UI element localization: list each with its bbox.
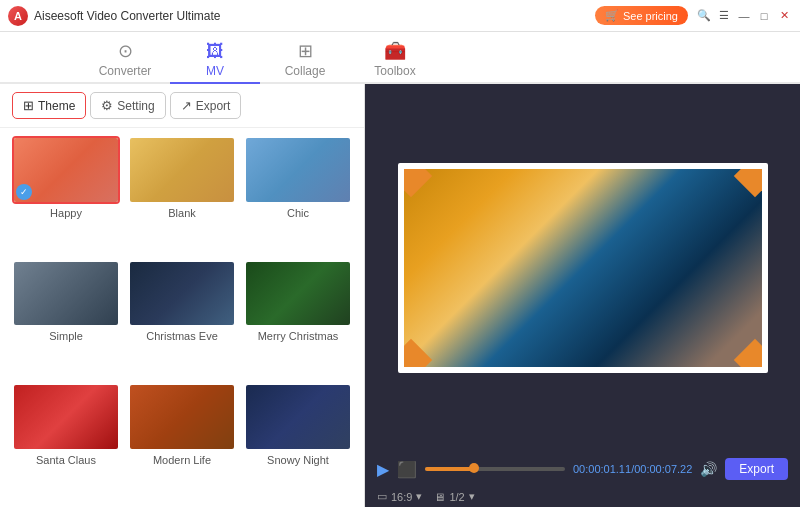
time-display: 00:00:01.11/00:00:07.22 bbox=[573, 463, 692, 475]
export-button[interactable]: ↗ Export bbox=[170, 92, 242, 119]
mv-icon: 🖼 bbox=[206, 41, 224, 62]
theme-label-happy: Happy bbox=[50, 207, 82, 219]
theme-thumb-chic bbox=[244, 136, 352, 204]
theme-item-simple[interactable]: Simple bbox=[12, 260, 120, 376]
theme-thumb-christmas-eve bbox=[128, 260, 236, 328]
theme-item-santa[interactable]: Santa Claus bbox=[12, 383, 120, 499]
aspect-ratio-icon: ▭ bbox=[377, 490, 387, 503]
progress-thumb[interactable] bbox=[469, 463, 479, 473]
setting-button[interactable]: ⚙ Setting bbox=[90, 92, 165, 119]
toolbox-icon: 🧰 bbox=[384, 40, 406, 62]
progress-fill bbox=[425, 467, 474, 471]
converter-icon: ⊙ bbox=[118, 40, 133, 62]
theme-item-happy[interactable]: ✓ Happy bbox=[12, 136, 120, 252]
tab-mv[interactable]: 🖼 MV bbox=[170, 36, 260, 84]
tab-collage-label: Collage bbox=[285, 64, 326, 78]
theme-label-chic: Chic bbox=[287, 207, 309, 219]
theme-item-blank[interactable]: Blank bbox=[128, 136, 236, 252]
ratio-controls: ▭ 16:9 ▾ 🖥 1/2 ▾ bbox=[365, 486, 800, 507]
theme-thumb-happy: ✓ bbox=[12, 136, 120, 204]
cart-icon: 🛒 bbox=[605, 9, 619, 22]
app-logo: A bbox=[8, 6, 28, 26]
tab-collage[interactable]: ⊞ Collage bbox=[260, 36, 350, 84]
theme-thumb-modern-life bbox=[128, 383, 236, 451]
aspect-ratio-select[interactable]: ▭ 16:9 ▾ bbox=[377, 490, 422, 503]
preview-frame: ▷ bbox=[398, 163, 768, 373]
ratio-dropdown-icon: ▾ bbox=[416, 490, 422, 503]
theme-grid-icon: ⊞ bbox=[23, 98, 34, 113]
preview-image bbox=[404, 169, 762, 367]
theme-item-merry-christmas[interactable]: Merry Christmas bbox=[244, 260, 352, 376]
theme-label-simple: Simple bbox=[49, 330, 83, 342]
left-panel: ⊞ Theme ⚙ Setting ↗ Export ✓ Happy bbox=[0, 84, 365, 507]
volume-icon[interactable]: 🔊 bbox=[700, 461, 717, 477]
collage-icon: ⊞ bbox=[298, 40, 313, 62]
theme-label-santa: Santa Claus bbox=[36, 454, 96, 466]
nav-tabs: ⊙ Converter 🖼 MV ⊞ Collage 🧰 Toolbox bbox=[0, 32, 800, 84]
theme-check-happy: ✓ bbox=[16, 184, 32, 200]
theme-item-modern-life[interactable]: Modern Life bbox=[128, 383, 236, 499]
theme-thumb-snowy-night bbox=[244, 383, 352, 451]
window-controls: 🔍 ☰ — □ ✕ bbox=[696, 8, 792, 24]
sub-nav: ⊞ Theme ⚙ Setting ↗ Export bbox=[0, 84, 364, 128]
theme-label-blank: Blank bbox=[168, 207, 196, 219]
theme-item-snowy-night[interactable]: Snowy Night bbox=[244, 383, 352, 499]
theme-label-christmas-eve: Christmas Eve bbox=[146, 330, 218, 342]
export-video-button[interactable]: Export bbox=[725, 458, 788, 480]
theme-thumb-simple bbox=[12, 260, 120, 328]
player-controls: ▶ ⬛ 00:00:01.11/00:00:07.22 🔊 Export bbox=[365, 452, 800, 486]
app-title: Aiseesoft Video Converter Ultimate bbox=[34, 9, 595, 23]
theme-thumb-blank bbox=[128, 136, 236, 204]
see-pricing-button[interactable]: 🛒 See pricing bbox=[595, 6, 688, 25]
progress-bar[interactable] bbox=[425, 467, 565, 471]
right-panel: ▷ ▶ ⬛ 00:00:01.11/00:00:07.22 🔊 Export ▭… bbox=[365, 84, 800, 507]
tab-converter-label: Converter bbox=[99, 64, 152, 78]
tab-toolbox[interactable]: 🧰 Toolbox bbox=[350, 36, 440, 84]
theme-item-chic[interactable]: Chic bbox=[244, 136, 352, 252]
search-win-btn[interactable]: 🔍 bbox=[696, 8, 712, 24]
page-select[interactable]: 🖥 1/2 ▾ bbox=[434, 490, 474, 503]
theme-grid: ✓ Happy Blank Chic Simple bbox=[0, 128, 364, 507]
theme-button[interactable]: ⊞ Theme bbox=[12, 92, 86, 119]
theme-thumb-santa bbox=[12, 383, 120, 451]
play-button[interactable]: ▶ bbox=[377, 460, 389, 479]
theme-item-christmas-eve[interactable]: Christmas Eve bbox=[128, 260, 236, 376]
theme-thumb-merry-christmas bbox=[244, 260, 352, 328]
theme-label-modern-life: Modern Life bbox=[153, 454, 211, 466]
titlebar: A Aiseesoft Video Converter Ultimate 🛒 S… bbox=[0, 0, 800, 32]
tab-converter[interactable]: ⊙ Converter bbox=[80, 36, 170, 84]
menu-win-btn[interactable]: ☰ bbox=[716, 8, 732, 24]
stop-button[interactable]: ⬛ bbox=[397, 460, 417, 479]
tab-mv-label: MV bbox=[206, 64, 224, 78]
maximize-button[interactable]: □ bbox=[756, 8, 772, 24]
theme-label-snowy-night: Snowy Night bbox=[267, 454, 329, 466]
monitor-icon: 🖥 bbox=[434, 491, 445, 503]
right-arrow-icon: ▷ bbox=[765, 261, 768, 275]
setting-gear-icon: ⚙ bbox=[101, 98, 113, 113]
main-content: ⊞ Theme ⚙ Setting ↗ Export ✓ Happy bbox=[0, 84, 800, 507]
export-arrow-icon: ↗ bbox=[181, 98, 192, 113]
close-button[interactable]: ✕ bbox=[776, 8, 792, 24]
minimize-button[interactable]: — bbox=[736, 8, 752, 24]
theme-label-merry-christmas: Merry Christmas bbox=[258, 330, 339, 342]
preview-area: ▷ bbox=[365, 84, 800, 452]
page-dropdown-icon: ▾ bbox=[469, 490, 475, 503]
tab-toolbox-label: Toolbox bbox=[374, 64, 415, 78]
